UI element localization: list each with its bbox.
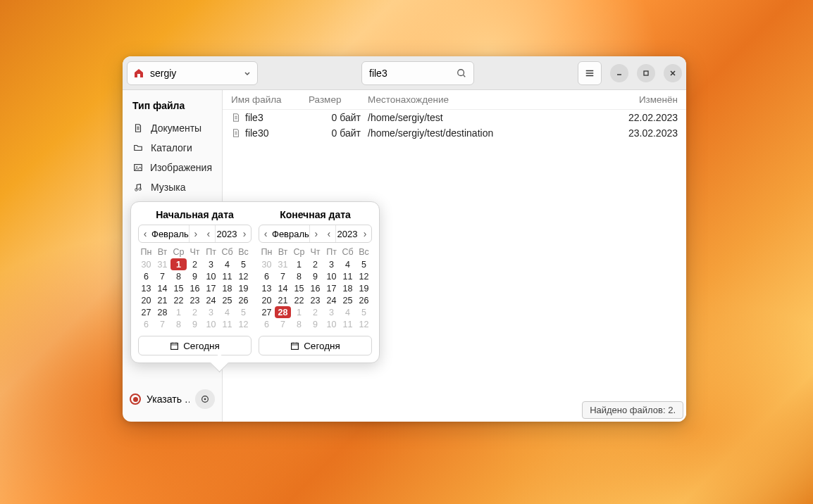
sidebar-title: Тип файла xyxy=(125,97,219,118)
col-name[interactable]: Имя файла xyxy=(231,94,309,105)
end-calendar: Конечная дата ‹ Февраль › ‹ 2023 › ПнВтС… xyxy=(259,209,372,355)
day-cell[interactable]: 8 xyxy=(291,270,307,282)
day-cell[interactable]: 11 xyxy=(340,270,356,282)
day-cell[interactable]: 10 xyxy=(323,270,340,282)
day-cell[interactable]: 17 xyxy=(323,282,340,294)
day-cell[interactable]: 19 xyxy=(235,282,252,294)
day-cell[interactable]: 22 xyxy=(291,294,307,306)
start-today-button[interactable]: Сегодня xyxy=(138,336,252,355)
sidebar-item-label: Каталоги xyxy=(151,142,192,153)
day-cell[interactable]: 13 xyxy=(138,282,154,294)
table-row[interactable]: file30 байт/home/sergiy/test22.02.2023 xyxy=(223,110,686,125)
prev-month-button[interactable]: ‹ xyxy=(139,225,151,242)
day-cell[interactable]: 27 xyxy=(138,306,154,318)
sidebar-item-folders[interactable]: Каталоги xyxy=(125,138,219,158)
day-cell[interactable]: 22 xyxy=(170,294,187,306)
day-cell[interactable]: 2 xyxy=(307,258,323,270)
day-cell[interactable]: 18 xyxy=(219,282,235,294)
day-cell[interactable]: 3 xyxy=(323,258,340,270)
next-month-button[interactable]: › xyxy=(310,225,323,242)
day-cell[interactable]: 5 xyxy=(235,258,252,270)
day-cell[interactable]: 9 xyxy=(187,270,203,282)
month-label[interactable]: Февраль xyxy=(151,225,190,242)
day-cell[interactable]: 20 xyxy=(138,294,154,306)
day-cell[interactable]: 20 xyxy=(259,294,275,306)
prev-year-button[interactable]: ‹ xyxy=(323,225,335,242)
day-cell[interactable]: 7 xyxy=(275,270,291,282)
day-cell[interactable]: 18 xyxy=(340,282,356,294)
day-cell[interactable]: 4 xyxy=(219,258,235,270)
calendar-icon xyxy=(290,341,299,351)
radio-selected-icon[interactable] xyxy=(130,393,141,405)
minimize-button[interactable] xyxy=(610,64,628,82)
column-headers: Имя файла Размер Местонахождение Изменён xyxy=(223,90,686,110)
day-cell[interactable]: 28 xyxy=(275,306,291,318)
sidebar-item-documents[interactable]: Документы xyxy=(125,118,219,138)
year-label[interactable]: 2023 xyxy=(335,225,359,242)
day-cell[interactable]: 1 xyxy=(170,258,187,270)
day-cell[interactable]: 7 xyxy=(154,270,170,282)
path-dropdown[interactable]: sergiy xyxy=(127,61,258,85)
day-cell[interactable]: 25 xyxy=(340,294,356,306)
sidebar-item-images[interactable]: Изображения xyxy=(125,158,219,177)
day-cell[interactable]: 26 xyxy=(235,294,252,306)
day-cell[interactable]: 15 xyxy=(291,282,307,294)
maximize-button[interactable] xyxy=(637,64,655,82)
search-field[interactable] xyxy=(361,61,474,85)
day-cell[interactable]: 26 xyxy=(356,294,372,306)
col-modified[interactable]: Изменён xyxy=(614,94,678,105)
year-label[interactable]: 2023 xyxy=(215,225,238,242)
day-cell[interactable]: 8 xyxy=(170,270,187,282)
day-cell[interactable]: 3 xyxy=(203,258,219,270)
prev-year-button[interactable]: ‹ xyxy=(202,225,215,242)
day-cell[interactable]: 14 xyxy=(275,282,291,294)
day-cell[interactable]: 16 xyxy=(307,282,323,294)
col-location[interactable]: Местонахождение xyxy=(368,94,614,105)
day-cell[interactable]: 14 xyxy=(154,282,170,294)
start-grid[interactable]: ПнВтСрЧтПтСбВс30311234567891011121314151… xyxy=(138,246,252,330)
day-cell[interactable]: 16 xyxy=(187,282,203,294)
end-today-button[interactable]: Сегодня xyxy=(259,336,372,355)
day-cell[interactable]: 1 xyxy=(291,258,307,270)
day-cell[interactable]: 9 xyxy=(307,270,323,282)
day-cell[interactable]: 12 xyxy=(235,270,252,282)
end-grid[interactable]: ПнВтСрЧтПтСбВс30311234567891011121314151… xyxy=(259,246,372,330)
day-cell[interactable]: 2 xyxy=(187,258,203,270)
day-cell[interactable]: 5 xyxy=(356,258,372,270)
next-month-button[interactable]: › xyxy=(190,225,202,242)
day-cell[interactable]: 15 xyxy=(170,282,187,294)
start-month-nav: ‹ Февраль › ‹ 2023 › xyxy=(138,225,252,243)
path-label: sergiy xyxy=(150,68,176,79)
hamburger-menu-button[interactable] xyxy=(578,61,602,85)
statusbar: Найдено файлов: 2. xyxy=(223,398,686,422)
day-cell[interactable]: 21 xyxy=(275,294,291,306)
next-year-button[interactable]: › xyxy=(359,225,371,242)
day-cell[interactable]: 11 xyxy=(219,270,235,282)
close-button[interactable] xyxy=(664,64,682,82)
search-input[interactable] xyxy=(369,68,457,79)
table-row[interactable]: file300 байт/home/sergiy/test/destinatio… xyxy=(223,125,686,141)
day-cell[interactable]: 24 xyxy=(203,294,219,306)
prev-month-button[interactable]: ‹ xyxy=(259,225,272,242)
day-cell[interactable]: 27 xyxy=(259,306,275,318)
day-cell[interactable]: 6 xyxy=(138,270,154,282)
day-cell[interactable]: 13 xyxy=(259,282,275,294)
specify-date-label[interactable]: Указать … xyxy=(147,393,190,405)
day-cell[interactable]: 17 xyxy=(203,282,219,294)
day-cell[interactable]: 19 xyxy=(356,282,372,294)
day-cell[interactable]: 10 xyxy=(203,270,219,282)
day-cell[interactable]: 23 xyxy=(307,294,323,306)
day-cell[interactable]: 21 xyxy=(154,294,170,306)
day-cell[interactable]: 28 xyxy=(154,306,170,318)
sidebar-item-music[interactable]: Музыка xyxy=(125,177,219,197)
day-cell[interactable]: 25 xyxy=(219,294,235,306)
date-settings-button[interactable] xyxy=(195,389,215,409)
day-cell[interactable]: 6 xyxy=(259,270,275,282)
day-cell[interactable]: 4 xyxy=(340,258,356,270)
day-cell[interactable]: 23 xyxy=(187,294,203,306)
day-cell[interactable]: 12 xyxy=(356,270,372,282)
col-size[interactable]: Размер xyxy=(309,94,368,105)
month-label[interactable]: Февраль xyxy=(272,225,310,242)
next-year-button[interactable]: › xyxy=(238,225,251,242)
day-cell[interactable]: 24 xyxy=(323,294,340,306)
